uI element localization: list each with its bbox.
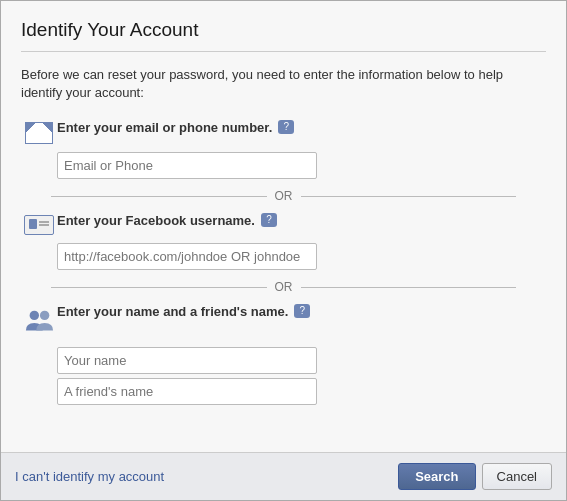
- title-divider: [21, 51, 546, 52]
- dialog-footer: I can't identify my account Search Cance…: [1, 452, 566, 500]
- email-section-row: Enter your email or phone number. ?: [21, 120, 546, 144]
- mail-icon-wrap: [21, 122, 57, 144]
- cant-identify-link[interactable]: I can't identify my account: [15, 469, 164, 484]
- email-help-link[interactable]: ?: [278, 120, 294, 134]
- cancel-button[interactable]: Cancel: [482, 463, 552, 490]
- intro-text: Before we can reset your password, you n…: [21, 66, 546, 102]
- email-section-label: Enter your email or phone number.: [57, 120, 272, 135]
- name-section: Enter your name and a friend's name. ?: [21, 304, 546, 405]
- footer-buttons: Search Cancel: [398, 463, 552, 490]
- username-section-row: Enter your Facebook username. ?: [21, 213, 546, 235]
- id-card-icon-wrap: [21, 215, 57, 235]
- search-button[interactable]: Search: [398, 463, 475, 490]
- mail-icon: [25, 122, 53, 144]
- your-name-input[interactable]: [57, 347, 317, 374]
- people-icon: [24, 306, 54, 339]
- or-divider-1: OR: [51, 189, 516, 203]
- name-help-link[interactable]: ?: [294, 304, 310, 318]
- svg-point-1: [40, 311, 49, 320]
- id-card-icon: [24, 215, 54, 235]
- identify-account-dialog: Identify Your Account Before we can rese…: [0, 0, 567, 501]
- or-divider-2: OR: [51, 280, 516, 294]
- username-input[interactable]: [57, 243, 317, 270]
- username-section: Enter your Facebook username. ?: [21, 213, 546, 270]
- email-section: Enter your email or phone number. ?: [21, 120, 546, 179]
- people-icon-wrap: [21, 306, 57, 339]
- name-section-label: Enter your name and a friend's name.: [57, 304, 288, 319]
- dialog-title: Identify Your Account: [21, 19, 546, 41]
- email-phone-input[interactable]: [57, 152, 317, 179]
- dialog-content: Identify Your Account Before we can rese…: [1, 1, 566, 452]
- friends-name-input[interactable]: [57, 378, 317, 405]
- username-section-label: Enter your Facebook username.: [57, 213, 255, 228]
- name-section-row: Enter your name and a friend's name. ?: [21, 304, 546, 339]
- username-help-link[interactable]: ?: [261, 213, 277, 227]
- svg-point-0: [30, 311, 39, 320]
